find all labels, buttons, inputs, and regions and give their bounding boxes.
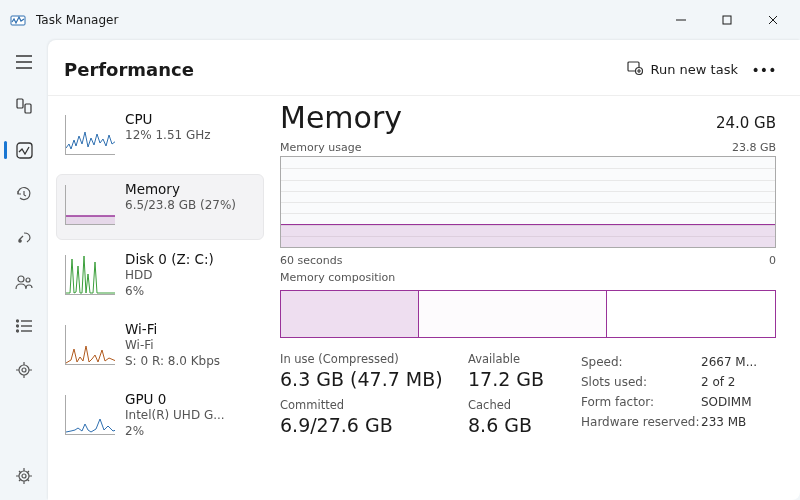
wifi-sparkline-icon	[65, 325, 115, 365]
memory-detail-panel: Memory 24.0 GB Memory usage 23.8 GB 60 s…	[268, 96, 800, 500]
app-icon	[10, 12, 26, 28]
speed-value: 2667 M...	[701, 352, 757, 372]
committed-value: 6.9/27.6 GB	[280, 414, 460, 436]
svg-rect-2	[723, 16, 731, 24]
memory-composition-chart	[280, 290, 776, 338]
memory-total: 24.0 GB	[716, 114, 776, 132]
form-label: Form factor:	[581, 392, 701, 412]
run-task-icon	[627, 60, 643, 79]
memory-usage-chart	[280, 156, 776, 248]
nav-settings[interactable]	[4, 458, 44, 494]
inuse-label: In use (Compressed)	[280, 352, 460, 366]
hwres-label: Hardware reserved:	[581, 412, 701, 432]
usage-label: Memory usage	[280, 141, 361, 154]
available-label: Available	[468, 352, 573, 366]
cpu-sparkline-icon	[65, 115, 115, 155]
svg-point-18	[17, 325, 19, 327]
window-title: Task Manager	[36, 13, 118, 27]
svg-line-12	[24, 195, 26, 196]
disk-sparkline-icon	[65, 255, 115, 295]
nav-services[interactable]	[4, 352, 44, 388]
nav-details[interactable]	[4, 308, 44, 344]
nav-users[interactable]	[4, 264, 44, 300]
svg-point-23	[22, 368, 26, 372]
inuse-value: 6.3 GB (47.7 MB)	[280, 368, 460, 390]
cached-value: 8.6 GB	[468, 414, 573, 436]
close-button[interactable]	[750, 4, 796, 36]
minimize-button[interactable]	[658, 4, 704, 36]
nav-rail	[0, 40, 48, 500]
nav-performance[interactable]	[4, 132, 44, 168]
svg-line-36	[19, 479, 21, 481]
svg-rect-42	[66, 216, 115, 224]
page-header: Performance Run new task •••	[48, 40, 800, 96]
svg-line-35	[27, 479, 29, 481]
sidebar-item-gpu[interactable]: GPU 0Intel(R) UHD G...2%	[56, 384, 264, 450]
sidebar-item-disk[interactable]: Disk 0 (Z: C:)HDD6%	[56, 244, 264, 310]
svg-line-34	[19, 471, 21, 473]
usage-max: 23.8 GB	[732, 141, 776, 154]
speed-label: Speed:	[581, 352, 701, 372]
svg-point-15	[26, 278, 30, 282]
maximize-button[interactable]	[704, 4, 750, 36]
slots-value: 2 of 2	[701, 372, 735, 392]
available-value: 17.2 GB	[468, 368, 573, 390]
page-title: Performance	[64, 59, 194, 80]
title-bar: Task Manager	[0, 0, 800, 40]
svg-rect-8	[17, 99, 23, 108]
svg-rect-9	[25, 104, 31, 113]
svg-point-22	[19, 365, 29, 375]
gpu-sparkline-icon	[65, 395, 115, 435]
sidebar-item-wifi[interactable]: Wi-FiWi-FiS: 0 R: 8.0 Kbps	[56, 314, 264, 380]
svg-line-37	[27, 471, 29, 473]
composition-label: Memory composition	[280, 271, 395, 284]
nav-startup-apps[interactable]	[4, 220, 44, 256]
nav-processes[interactable]	[4, 88, 44, 124]
performance-sidebar: CPU12% 1.51 GHz Memory6.5/23.8 GB (27%) …	[48, 96, 268, 500]
hamburger-icon[interactable]	[4, 44, 44, 80]
x-axis-right: 0	[769, 254, 776, 267]
run-new-task-button[interactable]: Run new task	[621, 56, 744, 83]
x-axis-left: 60 seconds	[280, 254, 342, 267]
cached-label: Cached	[468, 398, 573, 412]
nav-app-history[interactable]	[4, 176, 44, 212]
slots-label: Slots used:	[581, 372, 701, 392]
svg-rect-10	[17, 143, 32, 158]
svg-point-16	[17, 320, 19, 322]
detail-title: Memory	[280, 100, 402, 135]
svg-point-13	[19, 240, 21, 242]
svg-point-20	[17, 330, 19, 332]
svg-point-14	[18, 276, 24, 282]
hwres-value: 233 MB	[701, 412, 746, 432]
committed-label: Committed	[280, 398, 460, 412]
memory-sparkline-icon	[65, 185, 115, 225]
sidebar-item-memory[interactable]: Memory6.5/23.8 GB (27%)	[56, 174, 264, 240]
svg-point-29	[22, 474, 26, 478]
more-button[interactable]: •••	[748, 62, 780, 78]
sidebar-item-cpu[interactable]: CPU12% 1.51 GHz	[56, 104, 264, 170]
form-value: SODIMM	[701, 392, 752, 412]
run-task-label: Run new task	[651, 62, 738, 77]
